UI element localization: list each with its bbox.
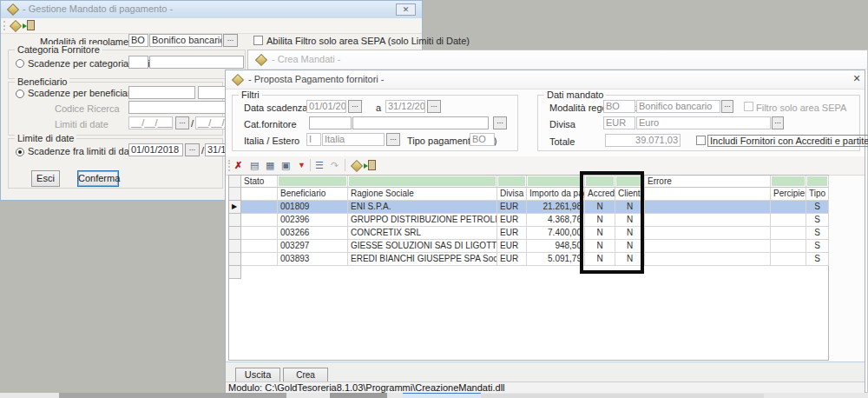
- cell-tipo: S: [806, 201, 829, 214]
- taskbar: [0, 393, 868, 398]
- filter-icon[interactable]: ▼: [298, 160, 306, 170]
- cell-divisa: EUR: [497, 214, 527, 227]
- bottom-panel: Uscita Crea mandati: [226, 362, 865, 382]
- header-ragione-sociale[interactable]: Ragione Sociale: [348, 188, 497, 201]
- date-separator: /: [201, 145, 204, 156]
- dm-sepa-checkbox[interactable]: [744, 102, 753, 111]
- modalita-code-field[interactable]: BO: [128, 34, 148, 47]
- cat-fornitore-browse[interactable]: ...: [493, 116, 507, 129]
- close-button[interactable]: ✕: [396, 3, 416, 16]
- cell-ragione-sociale: ENI S.P.A.: [348, 201, 497, 214]
- header-errore[interactable]: Errore: [645, 176, 771, 188]
- beneficiario-group-label: Beneficiario: [15, 76, 69, 87]
- header-group-cell: [771, 176, 806, 188]
- cat-fornitore-code-field[interactable]: [309, 116, 352, 129]
- dm-divisa-desc-field[interactable]: Euro: [636, 116, 771, 129]
- header-importo[interactable]: Importo da pagare: [527, 188, 585, 201]
- annotation-rectangle: [580, 171, 644, 274]
- sort-icon[interactable]: ☰: [315, 160, 324, 170]
- scadenza-from-field[interactable]: 01/01/2018: [306, 100, 346, 113]
- header-divisa[interactable]: Divisa: [497, 188, 527, 201]
- limiti-date-browse-button[interactable]: ...: [175, 116, 189, 129]
- categoria-radio[interactable]: [16, 59, 24, 68]
- app-diamond-icon: [255, 54, 267, 66]
- row-selector[interactable]: [229, 240, 241, 253]
- table-row[interactable]: 003297 GIESSE SOLUZIONI SAS DI LIGOTTI G…: [229, 240, 829, 253]
- table-row[interactable]: 003266 CONCRETIX SRL EUR 7.400,00 N N S: [229, 227, 829, 240]
- dm-modalita-browse[interactable]: ...: [721, 100, 733, 113]
- dm-divisa-code-field[interactable]: EUR: [603, 116, 635, 129]
- crea-title: - Crea Mandati -: [272, 54, 340, 64]
- limiti-date-from-field[interactable]: __/__/____: [128, 116, 173, 129]
- save-icon[interactable]: ▣: [281, 160, 290, 170]
- row-selector: [229, 266, 241, 279]
- header-stato[interactable]: Stato: [241, 176, 278, 188]
- dm-modalita-desc-field[interactable]: Bonifico bancario: [636, 100, 720, 113]
- header-percipiente[interactable]: Percipiente: [771, 188, 806, 201]
- cat-fornitore-desc-field[interactable]: [352, 116, 489, 129]
- beneficiario-radio[interactable]: [16, 90, 24, 98]
- header-group-cell: [348, 176, 497, 188]
- esci-button[interactable]: Esci: [31, 170, 60, 187]
- header-group-cell: [806, 176, 829, 188]
- cell-ragione-sociale: EREDI BIANCHI GIUSEPPE SPA Socio Unico: [348, 253, 497, 266]
- codice-ricerca-label: Codice Ricerca: [55, 103, 120, 114]
- copy-icon[interactable]: ▤: [250, 160, 259, 170]
- exit-door-icon[interactable]: [27, 20, 35, 30]
- sepa-filter-label: Abilita Filtro solo area SEPA (solo Limi…: [266, 36, 470, 46]
- row-selector[interactable]: [229, 227, 241, 240]
- exit-door-icon[interactable]: [368, 160, 376, 170]
- tipo-pagamento-field[interactable]: BO: [470, 133, 495, 146]
- scadenza-to-browse[interactable]: ...: [427, 100, 441, 113]
- scadenza-to-field[interactable]: 31/12/2018: [385, 100, 425, 113]
- taskbar-button[interactable]: [481, 394, 764, 398]
- taskbar-button[interactable]: [330, 393, 387, 398]
- italia-desc-field[interactable]: Italia: [322, 133, 385, 146]
- italia-browse[interactable]: ...: [386, 133, 400, 146]
- taskbar-button-active[interactable]: [403, 393, 481, 398]
- cell-percipiente: [771, 214, 806, 227]
- conferma-button[interactable]: Conferma: [77, 170, 119, 187]
- sepa-filter-checkbox[interactable]: [253, 36, 263, 45]
- scadenza-from-browse[interactable]: ...: [348, 100, 362, 113]
- row-selector[interactable]: [229, 214, 241, 227]
- italia-code-field[interactable]: I: [306, 133, 321, 146]
- categoria-group-label: Categoria Fornitore: [15, 44, 102, 55]
- close-button[interactable]: ×: [851, 71, 863, 85]
- header-beneficiario[interactable]: Beneficiario: [278, 188, 348, 201]
- beneficiario-code-field[interactable]: [128, 86, 195, 99]
- table-row[interactable]: ▶ 001809 ENI S.P.A. EUR 21.261,98 N N S: [229, 201, 829, 214]
- cancel-icon[interactable]: ✗: [234, 160, 242, 170]
- modalita-desc-field[interactable]: Bonifico bancario: [149, 34, 222, 47]
- limite-date-from-field[interactable]: 01/01/2018: [128, 143, 183, 156]
- row-selector[interactable]: [229, 253, 241, 266]
- cell-tipo: S: [806, 214, 829, 227]
- table-row[interactable]: 002396 GRUPPO DISTRIBUZIONE PETROLI S.R.…: [229, 214, 829, 227]
- row-selector[interactable]: ▶: [229, 201, 241, 214]
- dm-modalita-code-field[interactable]: BO: [603, 100, 635, 113]
- cell-stato: [241, 201, 278, 214]
- header-empty: [645, 188, 771, 201]
- limite-radio[interactable]: [16, 148, 24, 156]
- taskbar-button[interactable]: [59, 393, 286, 398]
- dm-totale-field: 39.071,03: [605, 134, 681, 147]
- desktop: - Gestione Mandato di pagamento - ✕ Moda…: [0, 0, 868, 398]
- cell-importo: 7.400,00: [527, 227, 585, 240]
- categoria-code-field[interactable]: [128, 56, 148, 69]
- crea-titlebar: - Crea Mandati -: [248, 50, 867, 70]
- export-icon[interactable]: ▦: [266, 160, 274, 170]
- uscita-button[interactable]: Uscita: [235, 368, 280, 382]
- dm-divisa-browse[interactable]: ...: [772, 116, 784, 129]
- cell-ragione-sociale: GIESSE SOLUZIONI SAS DI LIGOTTI GIUSEPPE: [348, 240, 497, 253]
- diamond-icon[interactable]: [10, 20, 22, 32]
- modalita-browse-button[interactable]: ...: [223, 34, 238, 47]
- crea-mandati-button[interactable]: Crea mandati: [283, 368, 328, 382]
- header-tipo[interactable]: Tipo: [806, 188, 829, 201]
- diamond-icon[interactable]: [351, 160, 363, 172]
- limite-date-browse-button[interactable]: ...: [185, 143, 200, 156]
- cell-divisa: EUR: [497, 201, 527, 214]
- date-separator: /: [191, 118, 194, 129]
- categoria-desc-field[interactable]: [149, 56, 244, 69]
- table-row[interactable]: 003893 EREDI BIANCHI GIUSEPPE SPA Socio …: [229, 253, 829, 266]
- dm-includi-checkbox[interactable]: [696, 136, 706, 145]
